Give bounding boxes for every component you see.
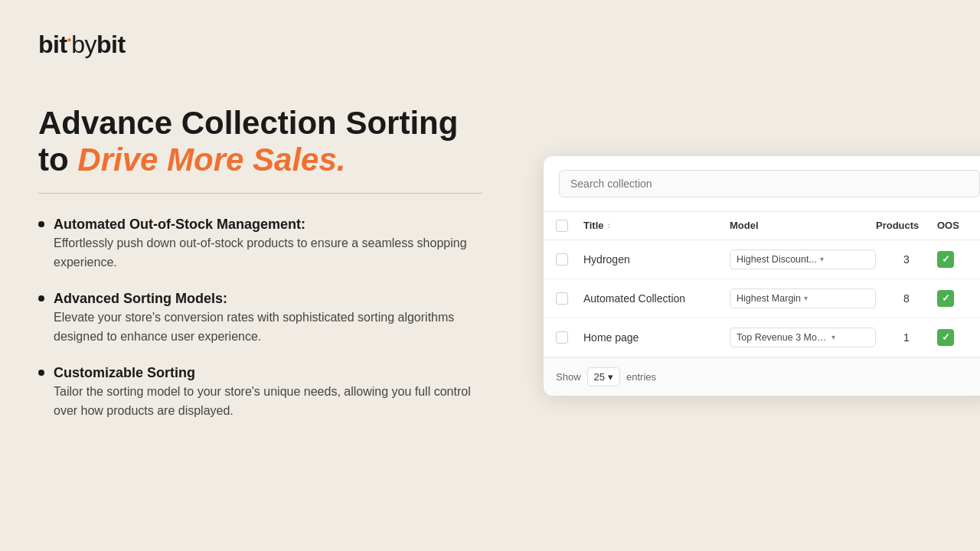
entries-select[interactable]: 25 ▾	[587, 367, 620, 386]
table-footer: Show 25 ▾ entries	[544, 357, 980, 396]
row-checkbox-2[interactable]	[556, 292, 568, 305]
model-select-1[interactable]: Highest Discount... ▾	[730, 249, 876, 269]
row-checkbox-3[interactable]	[556, 331, 568, 344]
bullet-1	[38, 221, 44, 227]
feature-title-3: Customizable Sorting	[54, 364, 482, 383]
table-row: Hydrogen Highest Discount... ▾ 3 ✓	[544, 240, 980, 279]
feature-title-1: Automated Out-of-Stock Management:	[54, 215, 482, 234]
title-sort-icon[interactable]: ↕	[607, 221, 611, 230]
col-model-header: Model	[730, 220, 876, 232]
model-text-1: Highest Discount...	[737, 254, 817, 265]
feature-text-1: Automated Out-of-Stock Management: Effor…	[54, 215, 482, 272]
products-count-2: 8	[876, 292, 937, 305]
bullet-3	[38, 370, 44, 376]
table-row: Automated Collection Highest Margin ▾ 8 …	[544, 279, 980, 318]
row-title-3: Home page	[583, 331, 730, 344]
chevron-down-icon: ▾	[608, 371, 613, 383]
table-row: Home page Top Revenue 3 Mont... ▾ 1 ✓	[544, 318, 980, 357]
oos-check-3[interactable]: ✓	[937, 329, 954, 346]
feature-item-2: Advanced Sorting Models: Elevate your st…	[38, 289, 482, 347]
oos-check-2[interactable]: ✓	[937, 290, 954, 307]
headline-line1: Advance Collection Sorting	[38, 105, 458, 141]
row-title-2: Automated Collection	[583, 292, 730, 305]
col-products-header: Products	[876, 220, 937, 232]
feature-list: Automated Out-of-Stock Management: Effor…	[38, 215, 482, 420]
entries-label: entries	[626, 371, 656, 383]
col-title-header: Title ↕	[583, 220, 730, 232]
feature-desc-2: Elevate your store's conversion rates wi…	[54, 308, 482, 347]
feature-item-3: Customizable Sorting Tailor the sorting …	[38, 364, 482, 421]
logo-by: by	[71, 31, 96, 58]
logo: bit●bybit	[38, 31, 482, 59]
feature-text-2: Advanced Sorting Models: Elevate your st…	[54, 289, 482, 347]
main-headline: Advance Collection Sorting to Drive More…	[38, 105, 482, 179]
headline-divider	[38, 193, 482, 194]
feature-desc-1: Effortlessly push down out-of-stock prod…	[54, 234, 482, 272]
feature-title-2: Advanced Sorting Models:	[54, 289, 482, 308]
row-checkbox-1[interactable]	[556, 253, 568, 266]
logo-bit1: bit	[38, 31, 67, 58]
feature-item-1: Automated Out-of-Stock Management: Effor…	[38, 215, 482, 272]
chevron-down-icon: ▾	[804, 294, 808, 302]
right-panel: Title ↕ Model Products OOS Hydrogen High…	[521, 0, 980, 551]
left-panel: bit●bybit Advance Collection Sorting to …	[0, 0, 521, 551]
bullet-2	[38, 295, 44, 302]
model-select-3[interactable]: Top Revenue 3 Mont... ▾	[730, 328, 876, 347]
logo-dot: ●	[67, 35, 72, 44]
products-count-1: 3	[876, 253, 937, 266]
feature-text-3: Customizable Sorting Tailor the sorting …	[54, 364, 482, 421]
chevron-down-icon: ▾	[831, 333, 835, 341]
oos-check-1[interactable]: ✓	[937, 251, 954, 268]
header-checkbox[interactable]	[556, 220, 568, 232]
model-text-3: Top Revenue 3 Mont...	[737, 332, 828, 343]
table-header: Title ↕ Model Products OOS	[544, 212, 980, 240]
logo-bit2: bit	[96, 31, 126, 58]
search-bar	[544, 156, 980, 212]
model-select-2[interactable]: Highest Margin ▾	[730, 289, 876, 308]
headline-line2-accent: Drive More Sales.	[77, 142, 345, 178]
feature-desc-3: Tailor the sorting model to your store's…	[54, 383, 482, 421]
table-card: Title ↕ Model Products OOS Hydrogen High…	[544, 156, 980, 396]
row-title-1: Hydrogen	[583, 253, 730, 266]
chevron-down-icon: ▾	[820, 255, 824, 263]
model-text-2: Highest Margin	[737, 293, 801, 304]
show-label: Show	[556, 371, 581, 383]
col-oos-header: OOS	[937, 220, 980, 232]
products-count-3: 1	[876, 331, 937, 344]
col-checkbox-header	[556, 220, 583, 232]
search-input[interactable]	[559, 170, 980, 197]
headline-line2-normal: to	[38, 142, 77, 178]
entries-value: 25	[594, 371, 605, 383]
